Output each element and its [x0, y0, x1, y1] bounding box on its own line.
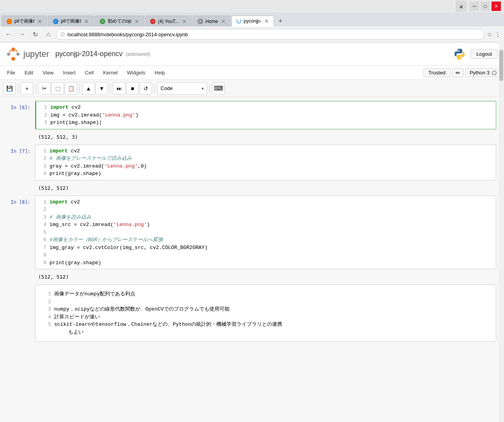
right-scrollbar[interactable]	[499, 42, 504, 422]
code-line: 4 計算スピードが速い	[43, 313, 488, 321]
cell-type-select[interactable]: Code Markdown Raw NBConvert Heading	[157, 82, 207, 95]
svg-point-6	[458, 49, 459, 51]
toolbar-sep-5	[154, 84, 155, 93]
interrupt-button[interactable]: ■	[126, 82, 139, 95]
move-up-button[interactable]: ▲	[82, 82, 95, 95]
code-line: 4 print(gray.shape)	[39, 170, 493, 178]
tab-label-3: 初めてのop	[108, 18, 131, 25]
cell-markdown-prompt	[0, 284, 35, 342]
tab-close-1[interactable]: ✕	[37, 18, 42, 25]
logout-button[interactable]: Logout	[470, 49, 498, 59]
keyboard-shortcuts-button[interactable]: ⌨	[212, 82, 225, 95]
cell-8-output: (512, 512)	[0, 272, 504, 281]
home-button[interactable]: ⌂	[43, 29, 54, 40]
autosaved-label: (autosaved)	[126, 51, 150, 57]
cut-cell-button[interactable]: ✂	[38, 82, 51, 95]
cell-8-code-area[interactable]: 1 import cv2 2 3 # 画像を読み込み 4 img_src = c…	[35, 196, 496, 269]
tab-close-2[interactable]: ✕	[84, 18, 89, 25]
chrome-menu-button[interactable]: ⋮	[495, 31, 501, 38]
menu-edit[interactable]: Edit	[21, 68, 37, 77]
code-line: 8	[39, 251, 493, 259]
svg-point-0	[11, 48, 15, 51]
bookmark-button[interactable]: ☆	[487, 31, 492, 38]
refresh-button[interactable]: ↻	[30, 29, 41, 40]
run-next-button[interactable]: ⏭	[113, 82, 126, 95]
kernel-status-circle	[492, 71, 497, 75]
tab-5[interactable]: Home ✕	[193, 16, 231, 26]
cell-7-code[interactable]: 1 import cv2 2 # 画像をグレースケールで読み込み 3 gray …	[35, 145, 496, 180]
close-button[interactable]: ✕	[492, 2, 501, 11]
cell-6-output-text: (512, 512, 3)	[35, 132, 496, 141]
cell-7-output: (512, 512)	[0, 184, 504, 192]
tab-6[interactable]: pyconjp- ✕	[232, 16, 274, 26]
code-line: 3 # 画像を読み込み	[39, 214, 493, 221]
tab-close-5[interactable]: ✕	[221, 18, 226, 25]
tab-label-5: Home	[205, 19, 218, 24]
cell-6-output-prompt	[0, 132, 35, 141]
menu-view[interactable]: View	[39, 68, 57, 77]
cell-6-output: (512, 512, 3)	[0, 132, 504, 141]
cell-8-code[interactable]: 1 import cv2 2 3 # 画像を読み込み 4 img_src = c…	[35, 196, 496, 270]
cell-markdown[interactable]: 1 画像データがnumpy配列である利点 2 3 numpy，scipyなどの線…	[0, 284, 504, 342]
cell-6[interactable]: In [6]: 1 import cv2 2 img = cv2.imread(…	[0, 101, 504, 129]
maximize-button[interactable]: □	[481, 2, 490, 11]
menu-widgets[interactable]: Widgets	[123, 68, 149, 77]
tab-favicon-5	[198, 19, 203, 24]
menu-help[interactable]: Help	[151, 68, 169, 77]
jupyter-header: jupyter pyconjp-2014-opencv (autosaved) …	[0, 42, 504, 66]
paste-cell-button[interactable]: 📋	[65, 82, 77, 95]
jupyter-right: Logout	[453, 48, 498, 60]
tab-close-3[interactable]: ✕	[134, 18, 139, 25]
menu-insert[interactable]: Insert	[59, 68, 80, 77]
svg-point-1	[11, 57, 15, 61]
tab-close-6[interactable]: ✕	[264, 18, 269, 24]
code-line: 1 import cv2	[39, 104, 493, 111]
code-line: 3 gray = cv2.imread('Lenna.png',0)	[39, 162, 493, 170]
toolbar-sep-6	[209, 84, 210, 93]
code-line: 1 import cv2	[39, 198, 493, 206]
restart-button[interactable]: ↺	[140, 82, 152, 95]
code-line: もよい	[43, 328, 488, 336]
tab-favicon-6	[237, 19, 241, 23]
code-line: 5	[39, 229, 493, 237]
tab-label-4: (4) YouT...	[158, 19, 179, 24]
code-line: 6 #画像をカラー（BGR）からグレースケールへ変換	[39, 236, 493, 244]
svg-point-7	[460, 57, 462, 58]
cell-6-code[interactable]: 1 import cv2 2 img = cv2.imread('Lenna.p…	[35, 101, 496, 129]
cell-7-output-prompt	[0, 184, 35, 192]
minimize-button[interactable]: ─	[470, 2, 479, 11]
move-down-button[interactable]: ▼	[95, 82, 108, 95]
cell-8[interactable]: In [8]: 1 import cv2 2 3 # 画像を読み込み 4 img…	[0, 196, 504, 270]
tab-1[interactable]: pilで画像t ✕	[2, 16, 47, 26]
cell-7-code-area[interactable]: 1 import cv2 2 # 画像をグレースケールで読み込み 3 gray …	[35, 145, 496, 180]
tab-3[interactable]: 初めてのop ✕	[95, 16, 144, 26]
save-button[interactable]: 💾	[3, 82, 16, 95]
new-tab-button[interactable]: +	[275, 16, 286, 26]
code-line: 5 scikit-learnやtensorflow，Chainerなどの、Pyt…	[43, 321, 488, 328]
code-line: 9 print(gray.shape)	[39, 259, 493, 267]
copy-cell-button[interactable]: ⬚	[51, 82, 64, 95]
add-cell-below-button[interactable]: +	[21, 82, 33, 95]
kernel-info: Python 3	[465, 68, 501, 77]
menu-cell[interactable]: Cell	[81, 68, 97, 77]
url-input[interactable]	[67, 32, 479, 37]
url-bar: ⓘ	[56, 29, 485, 40]
pencil-button[interactable]: ✏	[452, 68, 464, 78]
tab-favicon-1	[7, 19, 12, 24]
tab-close-4[interactable]: ✕	[182, 18, 187, 25]
cell-6-code-area[interactable]: 1 import cv2 2 img = cv2.imread('Lenna.p…	[36, 101, 496, 129]
tab-4[interactable]: (4) YouT... ✕	[145, 16, 192, 26]
menu-file[interactable]: File	[3, 68, 19, 77]
notebook-title[interactable]: pyconjp-2014-opencv	[55, 50, 122, 58]
back-button[interactable]: ←	[3, 29, 14, 40]
svg-point-3	[16, 53, 19, 56]
scrollbar-thumb[interactable]	[499, 50, 503, 81]
cell-markdown-content[interactable]: 1 画像データがnumpy配列である利点 2 3 numpy，scipyなどの線…	[35, 284, 496, 342]
menu-kernel[interactable]: Kernel	[99, 68, 122, 77]
trusted-button[interactable]: Trusted	[423, 68, 451, 77]
cell-7[interactable]: In [7]: 1 import cv2 2 # 画像をグレースケールで読み込み…	[0, 145, 504, 180]
cell-8-prompt: In [8]:	[0, 196, 35, 270]
profile-button[interactable]: a	[456, 1, 467, 12]
forward-button[interactable]: →	[16, 29, 27, 40]
tab-2[interactable]: pilで画像t ✕	[48, 16, 94, 26]
